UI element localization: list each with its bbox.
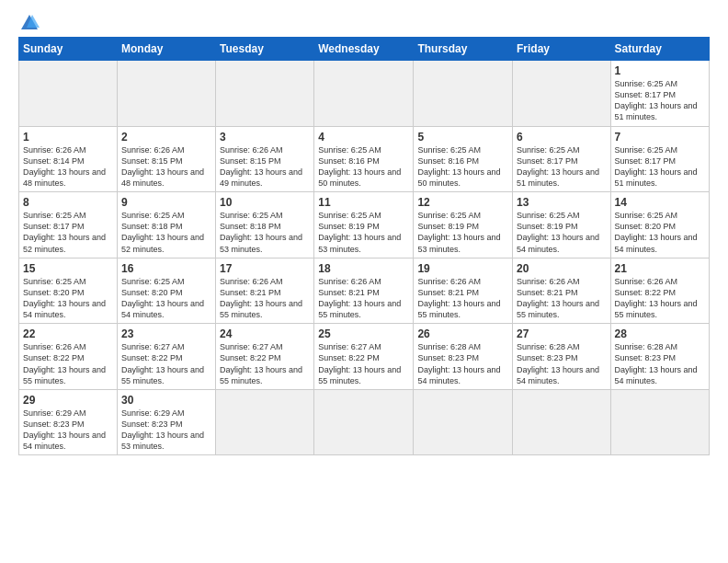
calendar-day-cell: 8Sunrise: 6:25 AMSunset: 8:17 PMDaylight… [19, 192, 118, 259]
calendar-day-cell: 5Sunrise: 6:25 AMSunset: 8:16 PMDaylight… [414, 126, 513, 192]
day-info: Sunrise: 6:25 AMSunset: 8:20 PMDaylight:… [615, 210, 705, 255]
day-number: 19 [417, 262, 508, 275]
calendar-day-cell: 4Sunrise: 6:25 AMSunset: 8:16 PMDaylight… [314, 126, 414, 192]
day-info: Sunrise: 6:25 AMSunset: 8:17 PMDaylight:… [517, 144, 607, 190]
calendar-header-wednesday: Wednesday [314, 38, 414, 61]
day-info: Sunrise: 6:26 AMSunset: 8:21 PMDaylight:… [220, 276, 310, 321]
calendar-day-cell: 3Sunrise: 6:26 AMSunset: 8:15 PMDaylight… [216, 126, 314, 192]
day-info: Sunrise: 6:27 AMSunset: 8:22 PMDaylight:… [318, 341, 409, 386]
day-info: Sunrise: 6:26 AMSunset: 8:15 PMDaylight:… [121, 144, 211, 190]
day-info: Sunrise: 6:28 AMSunset: 8:23 PMDaylight:… [517, 341, 607, 386]
day-info: Sunrise: 6:26 AMSunset: 8:21 PMDaylight:… [517, 276, 607, 321]
day-number: 23 [121, 327, 211, 340]
calendar-header-saturday: Saturday [610, 38, 709, 61]
day-number: 26 [417, 327, 508, 340]
day-info: Sunrise: 6:25 AMSunset: 8:20 PMDaylight:… [121, 276, 211, 321]
calendar-day-cell: 9Sunrise: 6:25 AMSunset: 8:18 PMDaylight… [117, 192, 215, 259]
day-number: 10 [220, 196, 310, 209]
day-number: 7 [615, 131, 705, 144]
calendar-day-cell: 22Sunrise: 6:26 AMSunset: 8:22 PMDayligh… [19, 324, 118, 390]
day-number: 27 [517, 327, 607, 340]
day-number: 25 [318, 327, 409, 340]
calendar-day-cell: 18Sunrise: 6:26 AMSunset: 8:21 PMDayligh… [314, 258, 414, 324]
day-info: Sunrise: 6:25 AMSunset: 8:19 PMDaylight:… [318, 210, 409, 255]
day-info: Sunrise: 6:25 AMSunset: 8:18 PMDaylight:… [121, 210, 211, 255]
calendar-day-cell [314, 389, 414, 455]
day-number: 4 [318, 131, 409, 144]
day-info: Sunrise: 6:25 AMSunset: 8:20 PMDaylight:… [23, 276, 113, 321]
calendar-day-cell: 10Sunrise: 6:25 AMSunset: 8:18 PMDayligh… [216, 192, 314, 259]
day-number: 18 [318, 262, 409, 275]
day-number: 21 [615, 262, 705, 275]
calendar-week-row: 29Sunrise: 6:29 AMSunset: 8:23 PMDayligh… [19, 389, 710, 455]
calendar-day-cell [216, 389, 314, 455]
day-info: Sunrise: 6:26 AMSunset: 8:21 PMDaylight:… [417, 276, 508, 321]
day-number: 17 [220, 262, 310, 275]
calendar-day-cell [512, 61, 610, 127]
calendar-day-cell: 25Sunrise: 6:27 AMSunset: 8:22 PMDayligh… [314, 324, 414, 390]
calendar-day-cell: 30Sunrise: 6:29 AMSunset: 8:23 PMDayligh… [117, 389, 215, 455]
calendar-header-row: SundayMondayTuesdayWednesdayThursdayFrid… [19, 38, 710, 61]
day-info: Sunrise: 6:25 AMSunset: 8:17 PMDaylight:… [615, 78, 705, 123]
calendar-day-cell [314, 61, 414, 127]
day-number: 16 [121, 262, 211, 275]
calendar-day-cell: 24Sunrise: 6:27 AMSunset: 8:22 PMDayligh… [216, 324, 314, 390]
day-info: Sunrise: 6:27 AMSunset: 8:22 PMDaylight:… [220, 341, 310, 386]
day-info: Sunrise: 6:27 AMSunset: 8:22 PMDaylight:… [121, 341, 211, 386]
day-info: Sunrise: 6:26 AMSunset: 8:14 PMDaylight:… [23, 144, 113, 190]
day-number: 2 [121, 131, 211, 144]
calendar-day-cell: 17Sunrise: 6:26 AMSunset: 8:21 PMDayligh… [216, 258, 314, 324]
day-info: Sunrise: 6:26 AMSunset: 8:22 PMDaylight:… [615, 276, 705, 321]
calendar-day-cell: 15Sunrise: 6:25 AMSunset: 8:20 PMDayligh… [19, 258, 118, 324]
day-info: Sunrise: 6:29 AMSunset: 8:23 PMDaylight:… [23, 408, 113, 453]
calendar-day-cell: 6Sunrise: 6:25 AMSunset: 8:17 PMDaylight… [512, 126, 610, 192]
logo-icon [19, 13, 40, 31]
calendar-day-cell: 19Sunrise: 6:26 AMSunset: 8:21 PMDayligh… [414, 258, 513, 324]
day-number: 29 [23, 394, 113, 407]
calendar-header-friday: Friday [512, 38, 610, 61]
day-info: Sunrise: 6:29 AMSunset: 8:23 PMDaylight:… [121, 408, 211, 453]
day-number: 14 [615, 196, 705, 209]
day-number: 3 [220, 131, 310, 144]
day-info: Sunrise: 6:28 AMSunset: 8:23 PMDaylight:… [615, 341, 705, 386]
calendar-day-cell: 12Sunrise: 6:25 AMSunset: 8:19 PMDayligh… [414, 192, 513, 259]
calendar-day-cell: 13Sunrise: 6:25 AMSunset: 8:19 PMDayligh… [512, 192, 610, 259]
day-number: 8 [23, 196, 113, 209]
calendar-day-cell [216, 61, 314, 127]
calendar-day-cell: 16Sunrise: 6:25 AMSunset: 8:20 PMDayligh… [117, 258, 215, 324]
calendar-day-cell: 28Sunrise: 6:28 AMSunset: 8:23 PMDayligh… [610, 324, 709, 390]
day-info: Sunrise: 6:25 AMSunset: 8:16 PMDaylight:… [318, 144, 409, 190]
day-number: 5 [417, 131, 508, 144]
calendar-day-cell: 1Sunrise: 6:26 AMSunset: 8:14 PMDaylight… [19, 126, 118, 192]
day-number: 9 [121, 196, 211, 209]
calendar-header-sunday: Sunday [19, 38, 118, 61]
calendar-day-cell: 23Sunrise: 6:27 AMSunset: 8:22 PMDayligh… [117, 324, 215, 390]
day-info: Sunrise: 6:25 AMSunset: 8:17 PMDaylight:… [23, 210, 113, 255]
calendar-week-row: 8Sunrise: 6:25 AMSunset: 8:17 PMDaylight… [19, 192, 710, 259]
calendar: SundayMondayTuesdayWednesdayThursdayFrid… [18, 37, 710, 455]
day-number: 1 [615, 64, 705, 77]
calendar-day-cell [19, 61, 118, 127]
calendar-day-cell [414, 389, 513, 455]
day-number: 12 [417, 196, 508, 209]
calendar-week-row: 1Sunrise: 6:25 AMSunset: 8:17 PMDaylight… [19, 61, 710, 127]
calendar-day-cell [117, 61, 215, 127]
day-info: Sunrise: 6:25 AMSunset: 8:18 PMDaylight:… [220, 210, 310, 255]
calendar-week-row: 1Sunrise: 6:26 AMSunset: 8:14 PMDaylight… [19, 126, 710, 192]
calendar-week-row: 15Sunrise: 6:25 AMSunset: 8:20 PMDayligh… [19, 258, 710, 324]
day-info: Sunrise: 6:25 AMSunset: 8:16 PMDaylight:… [417, 144, 508, 190]
day-number: 30 [121, 394, 211, 407]
calendar-day-cell: 27Sunrise: 6:28 AMSunset: 8:23 PMDayligh… [512, 324, 610, 390]
calendar-day-cell [512, 389, 610, 455]
day-number: 24 [220, 327, 310, 340]
day-number: 13 [517, 196, 607, 209]
calendar-header-monday: Monday [117, 38, 215, 61]
calendar-day-cell [414, 61, 513, 127]
calendar-day-cell: 14Sunrise: 6:25 AMSunset: 8:20 PMDayligh… [610, 192, 709, 259]
day-info: Sunrise: 6:26 AMSunset: 8:22 PMDaylight:… [23, 341, 113, 386]
calendar-day-cell: 2Sunrise: 6:26 AMSunset: 8:15 PMDaylight… [117, 126, 215, 192]
logo [18, 15, 40, 28]
day-info: Sunrise: 6:25 AMSunset: 8:19 PMDaylight:… [517, 210, 607, 255]
calendar-day-cell: 29Sunrise: 6:29 AMSunset: 8:23 PMDayligh… [19, 389, 118, 455]
day-info: Sunrise: 6:26 AMSunset: 8:21 PMDaylight:… [318, 276, 409, 321]
